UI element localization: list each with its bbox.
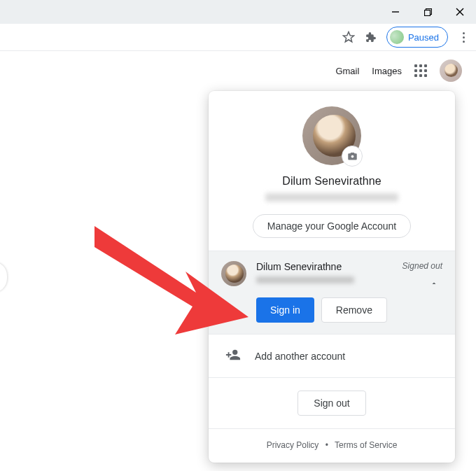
chevron-up-icon[interactable] — [430, 278, 438, 290]
close-icon — [456, 8, 464, 16]
side-tab-handle[interactable] — [0, 262, 7, 293]
maximize-icon — [424, 8, 432, 16]
svg-point-6 — [351, 155, 354, 157]
sign-out-button[interactable]: Sign out — [298, 391, 365, 416]
secondary-account-avatar — [221, 261, 246, 286]
window-close-button[interactable] — [444, 0, 476, 24]
bookmark-star-icon[interactable] — [342, 31, 355, 43]
camera-icon — [347, 151, 358, 162]
profile-chip-avatar — [390, 30, 404, 44]
secondary-account-row[interactable]: Dilum Senevirathne Signed out Sign in Re… — [209, 251, 455, 334]
account-name: Dilum Senevirathne — [223, 175, 441, 188]
remove-account-button[interactable]: Remove — [321, 297, 387, 323]
window-minimize-button[interactable] — [379, 0, 412, 24]
profile-paused-chip[interactable]: Paused — [386, 27, 448, 48]
extensions-puzzle-icon[interactable] — [365, 31, 377, 43]
account-panel: Dilum Senevirathne Manage your Google Ac… — [209, 91, 455, 463]
svg-marker-5 — [343, 32, 354, 42]
minimize-icon — [391, 8, 400, 16]
footer-dot: • — [326, 440, 328, 450]
privacy-policy-link[interactable]: Privacy Policy — [267, 440, 319, 450]
person-add-icon — [225, 347, 241, 365]
paused-label: Paused — [408, 32, 439, 43]
browser-menu-button[interactable] — [458, 32, 469, 43]
panel-footer: Privacy Policy • Terms of Service — [209, 429, 455, 463]
secondary-account-email-blurred — [256, 276, 354, 283]
window-titlebar — [0, 0, 476, 24]
sign-in-button[interactable]: Sign in — [256, 297, 314, 323]
manage-account-button[interactable]: Manage your Google Account — [253, 214, 411, 238]
svg-rect-2 — [424, 10, 430, 15]
account-email-blurred — [265, 193, 398, 202]
images-link[interactable]: Images — [372, 66, 402, 76]
browser-toolbar: Paused — [0, 24, 476, 51]
add-another-account-label: Add another account — [255, 351, 345, 362]
change-avatar-button[interactable] — [342, 146, 363, 167]
window-maximize-button[interactable] — [412, 0, 444, 24]
account-panel-header: Dilum Senevirathne Manage your Google Ac… — [209, 91, 455, 251]
account-avatar-button[interactable] — [440, 59, 462, 82]
signed-out-label: Signed out — [402, 261, 442, 271]
add-another-account-button[interactable]: Add another account — [209, 335, 455, 377]
terms-of-service-link[interactable]: Terms of Service — [335, 440, 397, 450]
google-header: Gmail Images — [0, 51, 476, 89]
gmail-link[interactable]: Gmail — [335, 66, 359, 76]
google-apps-icon[interactable] — [414, 64, 427, 77]
